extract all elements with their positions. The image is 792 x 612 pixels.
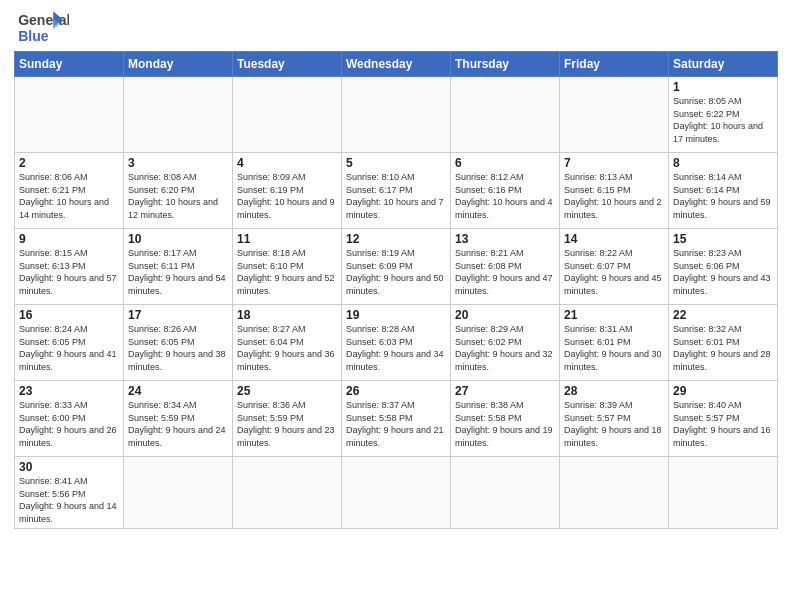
day-info: Sunrise: 8:39 AM Sunset: 5:57 PM Dayligh…	[564, 399, 664, 449]
day-number: 13	[455, 232, 555, 246]
day-number: 10	[128, 232, 228, 246]
table-row: 11Sunrise: 8:18 AM Sunset: 6:10 PM Dayli…	[233, 229, 342, 305]
table-row: 19Sunrise: 8:28 AM Sunset: 6:03 PM Dayli…	[342, 305, 451, 381]
table-row: 2Sunrise: 8:06 AM Sunset: 6:21 PM Daylig…	[15, 153, 124, 229]
day-number: 15	[673, 232, 773, 246]
day-info: Sunrise: 8:36 AM Sunset: 5:59 PM Dayligh…	[237, 399, 337, 449]
col-saturday: Saturday	[669, 52, 778, 77]
day-info: Sunrise: 8:27 AM Sunset: 6:04 PM Dayligh…	[237, 323, 337, 373]
table-row: 25Sunrise: 8:36 AM Sunset: 5:59 PM Dayli…	[233, 381, 342, 457]
table-row: 3Sunrise: 8:08 AM Sunset: 6:20 PM Daylig…	[124, 153, 233, 229]
day-info: Sunrise: 8:10 AM Sunset: 6:17 PM Dayligh…	[346, 171, 446, 221]
day-info: Sunrise: 8:23 AM Sunset: 6:06 PM Dayligh…	[673, 247, 773, 297]
day-number: 30	[19, 460, 119, 474]
day-info: Sunrise: 8:08 AM Sunset: 6:20 PM Dayligh…	[128, 171, 228, 221]
day-number: 11	[237, 232, 337, 246]
col-sunday: Sunday	[15, 52, 124, 77]
table-row: 29Sunrise: 8:40 AM Sunset: 5:57 PM Dayli…	[669, 381, 778, 457]
col-tuesday: Tuesday	[233, 52, 342, 77]
table-row: 13Sunrise: 8:21 AM Sunset: 6:08 PM Dayli…	[451, 229, 560, 305]
day-info: Sunrise: 8:22 AM Sunset: 6:07 PM Dayligh…	[564, 247, 664, 297]
day-number: 7	[564, 156, 664, 170]
page: General Blue Sunday Monday Tuesday Wedne…	[0, 0, 792, 612]
day-info: Sunrise: 8:31 AM Sunset: 6:01 PM Dayligh…	[564, 323, 664, 373]
day-number: 22	[673, 308, 773, 322]
day-info: Sunrise: 8:13 AM Sunset: 6:15 PM Dayligh…	[564, 171, 664, 221]
day-number: 23	[19, 384, 119, 398]
day-info: Sunrise: 8:17 AM Sunset: 6:11 PM Dayligh…	[128, 247, 228, 297]
day-number: 1	[673, 80, 773, 94]
table-row	[233, 457, 342, 529]
table-row	[560, 77, 669, 153]
table-row: 1Sunrise: 8:05 AM Sunset: 6:22 PM Daylig…	[669, 77, 778, 153]
header: General Blue	[14, 10, 778, 45]
table-row: 4Sunrise: 8:09 AM Sunset: 6:19 PM Daylig…	[233, 153, 342, 229]
table-row: 24Sunrise: 8:34 AM Sunset: 5:59 PM Dayli…	[124, 381, 233, 457]
day-info: Sunrise: 8:26 AM Sunset: 6:05 PM Dayligh…	[128, 323, 228, 373]
day-info: Sunrise: 8:18 AM Sunset: 6:10 PM Dayligh…	[237, 247, 337, 297]
table-row: 16Sunrise: 8:24 AM Sunset: 6:05 PM Dayli…	[15, 305, 124, 381]
table-row: 8Sunrise: 8:14 AM Sunset: 6:14 PM Daylig…	[669, 153, 778, 229]
table-row: 20Sunrise: 8:29 AM Sunset: 6:02 PM Dayli…	[451, 305, 560, 381]
day-number: 21	[564, 308, 664, 322]
weekday-header-row: Sunday Monday Tuesday Wednesday Thursday…	[15, 52, 778, 77]
day-info: Sunrise: 8:14 AM Sunset: 6:14 PM Dayligh…	[673, 171, 773, 221]
day-number: 6	[455, 156, 555, 170]
day-number: 3	[128, 156, 228, 170]
day-info: Sunrise: 8:41 AM Sunset: 5:56 PM Dayligh…	[19, 475, 119, 525]
table-row: 15Sunrise: 8:23 AM Sunset: 6:06 PM Dayli…	[669, 229, 778, 305]
day-number: 29	[673, 384, 773, 398]
day-info: Sunrise: 8:29 AM Sunset: 6:02 PM Dayligh…	[455, 323, 555, 373]
logo-icon: General Blue	[14, 10, 69, 45]
day-info: Sunrise: 8:38 AM Sunset: 5:58 PM Dayligh…	[455, 399, 555, 449]
table-row: 28Sunrise: 8:39 AM Sunset: 5:57 PM Dayli…	[560, 381, 669, 457]
day-number: 28	[564, 384, 664, 398]
day-number: 24	[128, 384, 228, 398]
day-info: Sunrise: 8:32 AM Sunset: 6:01 PM Dayligh…	[673, 323, 773, 373]
col-friday: Friday	[560, 52, 669, 77]
col-thursday: Thursday	[451, 52, 560, 77]
table-row: 30Sunrise: 8:41 AM Sunset: 5:56 PM Dayli…	[15, 457, 124, 529]
day-number: 16	[19, 308, 119, 322]
table-row	[342, 457, 451, 529]
table-row: 26Sunrise: 8:37 AM Sunset: 5:58 PM Dayli…	[342, 381, 451, 457]
table-row: 18Sunrise: 8:27 AM Sunset: 6:04 PM Dayli…	[233, 305, 342, 381]
table-row	[451, 457, 560, 529]
table-row: 17Sunrise: 8:26 AM Sunset: 6:05 PM Dayli…	[124, 305, 233, 381]
day-info: Sunrise: 8:37 AM Sunset: 5:58 PM Dayligh…	[346, 399, 446, 449]
day-info: Sunrise: 8:33 AM Sunset: 6:00 PM Dayligh…	[19, 399, 119, 449]
day-number: 8	[673, 156, 773, 170]
day-number: 2	[19, 156, 119, 170]
day-info: Sunrise: 8:19 AM Sunset: 6:09 PM Dayligh…	[346, 247, 446, 297]
table-row: 10Sunrise: 8:17 AM Sunset: 6:11 PM Dayli…	[124, 229, 233, 305]
table-row: 22Sunrise: 8:32 AM Sunset: 6:01 PM Dayli…	[669, 305, 778, 381]
calendar-table: Sunday Monday Tuesday Wednesday Thursday…	[14, 51, 778, 529]
day-info: Sunrise: 8:28 AM Sunset: 6:03 PM Dayligh…	[346, 323, 446, 373]
day-number: 9	[19, 232, 119, 246]
table-row: 27Sunrise: 8:38 AM Sunset: 5:58 PM Dayli…	[451, 381, 560, 457]
table-row: 9Sunrise: 8:15 AM Sunset: 6:13 PM Daylig…	[15, 229, 124, 305]
day-info: Sunrise: 8:21 AM Sunset: 6:08 PM Dayligh…	[455, 247, 555, 297]
day-info: Sunrise: 8:34 AM Sunset: 5:59 PM Dayligh…	[128, 399, 228, 449]
table-row: 23Sunrise: 8:33 AM Sunset: 6:00 PM Dayli…	[15, 381, 124, 457]
day-number: 5	[346, 156, 446, 170]
table-row	[233, 77, 342, 153]
table-row	[342, 77, 451, 153]
table-row	[124, 457, 233, 529]
day-info: Sunrise: 8:09 AM Sunset: 6:19 PM Dayligh…	[237, 171, 337, 221]
svg-text:Blue: Blue	[18, 28, 49, 44]
day-info: Sunrise: 8:06 AM Sunset: 6:21 PM Dayligh…	[19, 171, 119, 221]
day-number: 12	[346, 232, 446, 246]
day-number: 14	[564, 232, 664, 246]
day-info: Sunrise: 8:05 AM Sunset: 6:22 PM Dayligh…	[673, 95, 773, 145]
day-number: 27	[455, 384, 555, 398]
table-row: 5Sunrise: 8:10 AM Sunset: 6:17 PM Daylig…	[342, 153, 451, 229]
col-monday: Monday	[124, 52, 233, 77]
day-number: 18	[237, 308, 337, 322]
day-info: Sunrise: 8:40 AM Sunset: 5:57 PM Dayligh…	[673, 399, 773, 449]
table-row: 12Sunrise: 8:19 AM Sunset: 6:09 PM Dayli…	[342, 229, 451, 305]
table-row: 6Sunrise: 8:12 AM Sunset: 6:16 PM Daylig…	[451, 153, 560, 229]
day-number: 25	[237, 384, 337, 398]
table-row: 7Sunrise: 8:13 AM Sunset: 6:15 PM Daylig…	[560, 153, 669, 229]
day-info: Sunrise: 8:15 AM Sunset: 6:13 PM Dayligh…	[19, 247, 119, 297]
